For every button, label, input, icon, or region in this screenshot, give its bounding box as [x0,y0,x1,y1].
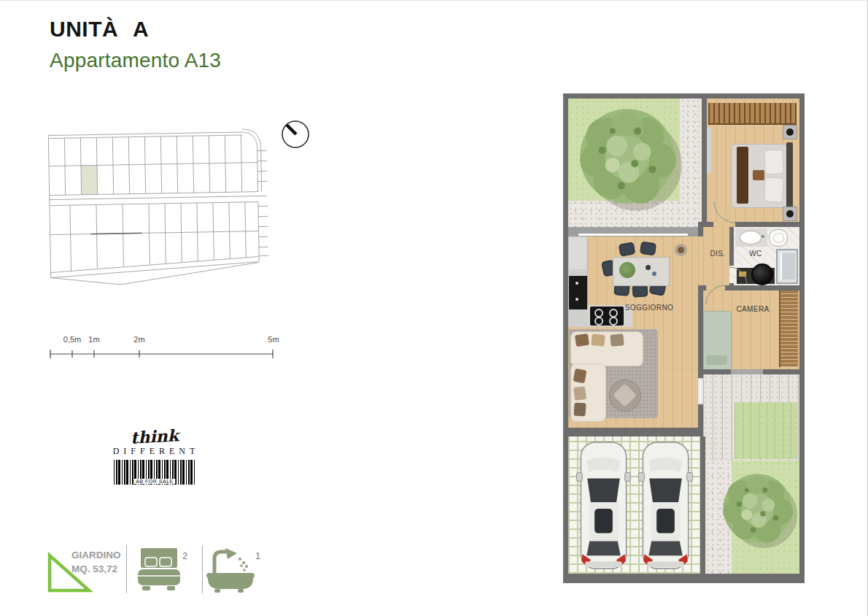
logo-script-text: think [106,426,204,447]
room-label-wc: WC [749,250,762,258]
scale-bar: 0,5m 1m 2m 5m [50,335,274,361]
room-label-living: SOGGIORNO [625,304,673,312]
room-label-hallway: DIS. [710,250,725,258]
garden-label: GIARDINO [71,548,121,562]
north-compass-icon [281,120,310,149]
builder-logo: think DIFFERENT AB FOR SALE [106,428,203,485]
bathtub-icon [206,547,255,593]
scale-label: 2m [133,335,144,344]
scale-label: 0,5m [63,335,81,344]
bathrooms-count: 1 [255,550,260,561]
scale-ruler [50,348,274,358]
bed-icon [136,547,182,593]
scale-label: 5m [268,335,279,344]
page-subtitle: Appartamento A13 [50,49,221,72]
brochure-page: UNITÀ A Appartamento A13 0,5m 1m 2m 5m t… [0,0,868,616]
legend-divider [126,545,127,593]
floor-plan: SOGGIORNO DIS. WC CAMERA [563,93,805,583]
bedrooms-count: 2 [182,550,187,561]
door-arcs [563,93,805,583]
legend-divider [202,545,203,593]
garden-area: MQ. 53,72 [71,562,121,576]
site-plan-sketch [48,126,274,305]
logo-caps-text: DIFFERENT [106,446,203,457]
barcode-label: AB FOR SALE [133,479,175,484]
barcode: AB FOR SALE [114,460,195,485]
scale-label: 1m [88,335,99,344]
page-title: UNITÀ A [50,17,149,42]
room-label-bedroom: CAMERA [736,305,769,313]
garden-legend: GIARDINO MQ. 53,72 [71,548,121,576]
